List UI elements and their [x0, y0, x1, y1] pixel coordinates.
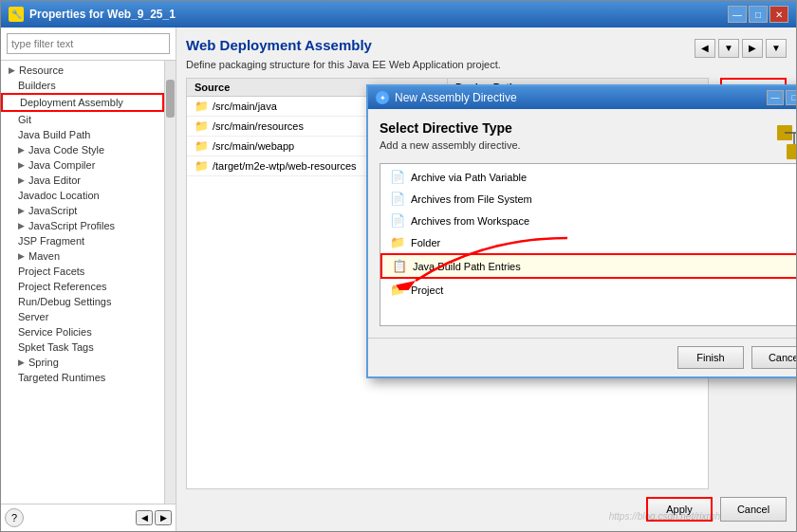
archive-filesystem-icon: 📄: [390, 192, 405, 206]
sidebar-item-javadoc-location[interactable]: Javadoc Location: [1, 188, 164, 203]
close-button[interactable]: ✕: [769, 6, 788, 23]
dialog-title-text: New Assembly Directive: [395, 91, 517, 104]
filter-input[interactable]: [7, 33, 170, 54]
sidebar-item-label: Git: [18, 114, 31, 125]
sidebar-item-label: Java Code Style: [28, 144, 104, 156]
directive-folder[interactable]: 📁 Folder: [380, 231, 796, 253]
title-bar-controls: — □ ✕: [728, 6, 788, 23]
folder-icon: 📁: [195, 159, 209, 173]
sidebar-item-server[interactable]: Server: [1, 309, 164, 324]
watermark: https://blog.csdn.net/rixrgh: [609, 511, 720, 522]
sidebar-item-label: JavaScript Profiles: [28, 220, 115, 231]
panel-title: Web Deployment Assembly: [186, 37, 372, 53]
dialog-title-controls: — □ ✕: [767, 90, 796, 105]
title-bar: 🔧 Properties for Web_9_25_1 — □ ✕: [1, 1, 796, 28]
dialog-maximize-btn[interactable]: □: [786, 90, 796, 105]
sidebar-item-label: Resource: [19, 64, 64, 76]
sidebar-item-label: Spring: [28, 357, 59, 368]
sidebar-item-label: Server: [18, 311, 48, 322]
sidebar-item-label: Javadoc Location: [18, 190, 100, 201]
folder-icon: 📁: [195, 139, 209, 153]
arrow-icon: ▶: [18, 160, 25, 170]
help-button[interactable]: ?: [5, 508, 24, 527]
sidebar-tree: ▶ Resource Builders Deployment Assembly …: [1, 61, 164, 504]
sidebar-item-javascript-profiles[interactable]: ▶ JavaScript Profiles: [1, 218, 164, 233]
java-build-icon: 📋: [392, 259, 407, 273]
dropdown-button[interactable]: ▼: [718, 39, 739, 58]
sidebar-item-run-debug-settings[interactable]: Run/Debug Settings: [1, 294, 164, 309]
directive-list: 📄 Archive via Path Variable 📄 Archives f…: [380, 163, 796, 326]
sidebar-item-label: Java Build Path: [18, 129, 90, 140]
sidebar: ▶ Resource Builders Deployment Assembly …: [1, 28, 176, 531]
dialog-window-icon: ✦: [376, 91, 389, 104]
directive-label: Folder: [411, 237, 440, 248]
sidebar-item-java-code-style[interactable]: ▶ Java Code Style: [1, 142, 164, 157]
directive-java-build-path-entries[interactable]: 📋 Java Build Path Entries: [380, 253, 796, 279]
dialog-cancel-button[interactable]: Cancel: [751, 346, 796, 369]
sidebar-item-git[interactable]: Git: [1, 112, 164, 127]
dialog-header-row: Select Directive Type Add a new assembly…: [380, 120, 796, 163]
maximize-button[interactable]: □: [749, 6, 768, 23]
sidebar-item-maven[interactable]: ▶ Maven: [1, 248, 164, 264]
sidebar-item-label: Project References: [18, 281, 107, 292]
right-panel: Web Deployment Assembly ◀ ▼ ▶ ▼ Define p…: [176, 28, 796, 531]
dialog-heading: Select Directive Type: [380, 120, 521, 136]
directive-label: Archives from File System: [411, 193, 532, 205]
dialog-minimize-btn[interactable]: —: [767, 90, 784, 105]
dialog-title-left: ✦ New Assembly Directive: [376, 91, 517, 104]
minimize-button[interactable]: —: [728, 6, 747, 23]
arrow-icon: ▶: [18, 145, 25, 155]
folder-icon: 📁: [195, 119, 209, 133]
dropdown2-button[interactable]: ▼: [766, 39, 787, 58]
directive-archive-path[interactable]: 📄 Archive via Path Variable: [380, 166, 796, 188]
sidebar-item-javascript[interactable]: ▶ JavaScript: [1, 203, 164, 218]
back-button[interactable]: ◀: [695, 39, 715, 58]
sidebar-item-label: Project Facets: [18, 266, 84, 277]
sidebar-item-label: Java Editor: [28, 174, 81, 186]
dialog-finish-button[interactable]: Finish: [677, 346, 744, 369]
sidebar-item-project-facets[interactable]: Project Facets: [1, 264, 164, 279]
dialog-new-assembly-directive: ✦ New Assembly Directive — □ ✕ Select Di…: [366, 84, 796, 378]
sidebar-item-spket-task-tags[interactable]: Spket Task Tags: [1, 339, 164, 355]
folder-icon: 📁: [195, 100, 209, 113]
arrow-icon: ▶: [18, 358, 25, 367]
sidebar-item-project-references[interactable]: Project References: [1, 279, 164, 294]
arrow-icon: ▶: [9, 65, 15, 75]
forward-button[interactable]: ▶: [742, 39, 763, 58]
directive-label: Project: [411, 284, 443, 296]
cancel-button[interactable]: Cancel: [720, 497, 787, 522]
sidebar-item-jsp-fragment[interactable]: JSP Fragment: [1, 233, 164, 248]
scroll-left-btn[interactable]: ◀: [136, 510, 153, 525]
sidebar-item-java-build-path[interactable]: Java Build Path: [1, 127, 164, 142]
sidebar-item-label: Targeted Runtimes: [18, 372, 105, 383]
directive-archive-workspace[interactable]: 📄 Archives from Workspace: [380, 210, 796, 231]
window-title: Properties for Web_9_25_1: [29, 8, 176, 21]
sidebar-item-builders[interactable]: Builders: [1, 78, 164, 93]
arrow-icon: ▶: [18, 206, 25, 215]
archive-workspace-icon: 📄: [390, 213, 405, 228]
sidebar-item-service-policies[interactable]: Service Policies: [1, 324, 164, 339]
arrow-icon: ▶: [18, 175, 25, 185]
sidebar-item-label: JSP Fragment: [18, 235, 84, 247]
sidebar-arrows: ◀ ▶: [136, 510, 172, 525]
sidebar-scroll-area: ▶ Resource Builders Deployment Assembly …: [1, 61, 176, 504]
sidebar-item-resource[interactable]: ▶ Resource: [1, 63, 164, 78]
directive-archive-filesystem[interactable]: 📄 Archives from File System: [380, 188, 796, 210]
assembly-icon-svg: [773, 121, 796, 163]
sidebar-item-label: Run/Debug Settings: [18, 296, 111, 307]
directive-label: Archives from Workspace: [411, 215, 529, 227]
sidebar-item-java-editor[interactable]: ▶ Java Editor: [1, 173, 164, 188]
sidebar-item-label: Deployment Assembly: [20, 97, 123, 108]
sidebar-item-label: JavaScript: [28, 205, 77, 216]
sidebar-item-deployment-assembly[interactable]: Deployment Assembly: [1, 93, 164, 112]
sidebar-item-label: Spket Task Tags: [18, 341, 94, 353]
directive-label: Archive via Path Variable: [411, 172, 527, 183]
arrow-icon: ▶: [18, 221, 25, 230]
sidebar-item-spring[interactable]: ▶ Spring: [1, 355, 164, 370]
scroll-right-btn[interactable]: ▶: [155, 510, 172, 525]
sidebar-item-targeted-runtimes[interactable]: Targeted Runtimes: [1, 370, 164, 385]
directive-project[interactable]: 📁 Project: [380, 279, 796, 301]
sidebar-scrollbar[interactable]: [164, 61, 176, 504]
main-content: ▶ Resource Builders Deployment Assembly …: [1, 28, 796, 531]
sidebar-item-java-compiler[interactable]: ▶ Java Compiler: [1, 157, 164, 173]
